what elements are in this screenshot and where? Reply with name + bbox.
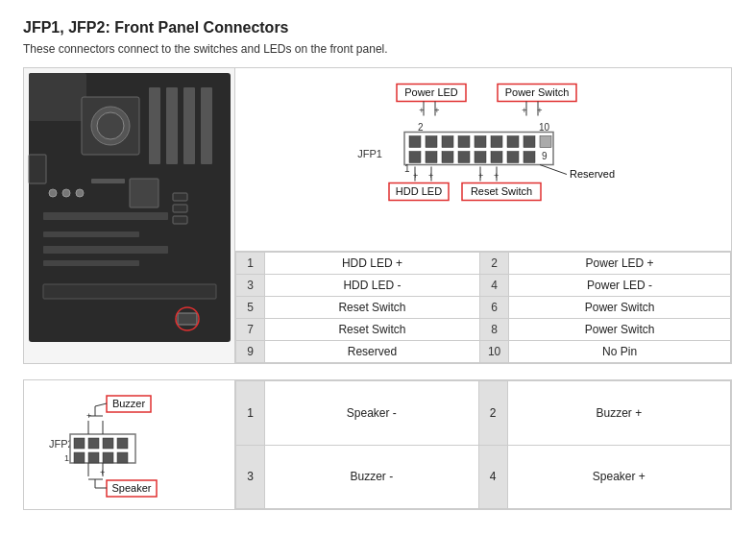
svg-rect-79: [103, 438, 113, 449]
pin-label: Speaker +: [507, 445, 730, 509]
pin-label: No Pin: [509, 341, 731, 363]
jfp2-right: 1 Speaker - 2 Buzzer + 3 Buzzer - 4 Spea…: [235, 380, 731, 509]
svg-rect-53: [458, 152, 470, 163]
svg-rect-17: [130, 179, 158, 207]
svg-text:+: +: [478, 171, 483, 181]
svg-rect-16: [43, 284, 216, 299]
svg-rect-10: [43, 231, 139, 237]
svg-rect-56: [507, 152, 519, 163]
svg-rect-1: [29, 73, 86, 121]
svg-rect-82: [88, 452, 99, 463]
pin-label: Reserved: [265, 341, 480, 363]
svg-rect-3: [166, 87, 178, 164]
svg-text:Reserved: Reserved: [570, 168, 615, 180]
svg-rect-11: [43, 246, 168, 254]
svg-rect-81: [74, 452, 85, 463]
page-title: JFP1, JFP2: Front Panel Connectors: [23, 19, 732, 37]
svg-text:9: 9: [542, 151, 548, 161]
svg-point-22: [76, 189, 84, 197]
table-row: 9 Reserved 10 No Pin: [236, 341, 731, 363]
svg-rect-78: [88, 438, 99, 449]
svg-rect-77: [74, 438, 85, 449]
svg-rect-55: [491, 152, 502, 163]
svg-rect-84: [117, 452, 128, 463]
svg-text:Power LED: Power LED: [404, 86, 458, 98]
pin-number: 7: [236, 319, 265, 341]
svg-rect-57: [524, 152, 535, 163]
svg-text:JFP1: JFP1: [357, 148, 382, 159]
pin-label: Buzzer -: [265, 445, 479, 509]
svg-rect-14: [173, 205, 187, 212]
pin-number: 10: [479, 341, 508, 363]
svg-text:10: 10: [539, 122, 550, 133]
table-row: 3 Buzzer - 4 Speaker +: [236, 445, 731, 509]
jfp1-pin-table: 1 HDD LED + 2 Power LED + 3 HDD LED - 4 …: [235, 252, 731, 363]
svg-rect-51: [426, 152, 437, 163]
svg-rect-48: [524, 136, 535, 148]
svg-rect-44: [458, 136, 470, 148]
svg-rect-83: [103, 452, 113, 463]
pin-number: 2: [478, 381, 507, 446]
pin-number: 5: [236, 297, 265, 319]
svg-text:+: +: [100, 468, 105, 477]
svg-point-8: [97, 112, 124, 139]
pin-number: 4: [479, 275, 508, 297]
pin-number: 3: [236, 275, 265, 297]
table-row: 1 Speaker - 2 Buzzer +: [236, 381, 731, 446]
svg-text:Buzzer: Buzzer: [112, 398, 146, 409]
table-row: 1 HDD LED + 2 Power LED +: [236, 253, 731, 275]
svg-rect-49: [540, 136, 551, 148]
svg-rect-43: [442, 136, 453, 148]
svg-text:Power Switch: Power Switch: [505, 86, 570, 98]
svg-rect-54: [475, 152, 486, 163]
svg-rect-2: [149, 87, 160, 164]
svg-text:+: +: [522, 106, 526, 115]
svg-text:2: 2: [418, 122, 424, 133]
table-row: 7 Reset Switch 8 Power Switch: [236, 319, 731, 341]
svg-rect-12: [43, 260, 139, 266]
page-subtitle: These connectors connect to the switches…: [23, 42, 732, 56]
motherboard-image: [24, 68, 235, 363]
svg-rect-18: [178, 313, 197, 325]
jfp2-section: JFP2 1 + Buzzer: [23, 379, 732, 510]
pin-label: Power Switch: [509, 319, 731, 341]
svg-rect-45: [475, 136, 486, 148]
pin-number: 6: [479, 297, 508, 319]
svg-rect-46: [491, 136, 502, 148]
jfp1-section: Power LED Power Switch + + + + JFP1: [23, 67, 732, 364]
svg-text:1: 1: [64, 453, 69, 463]
svg-rect-5: [201, 87, 212, 164]
pin-label: HDD LED -: [265, 275, 480, 297]
svg-rect-24: [29, 155, 46, 183]
svg-text:+: +: [428, 171, 433, 181]
jfp1-connector-diagram: Power LED Power Switch + + + + JFP1: [235, 68, 731, 252]
svg-point-21: [62, 189, 70, 197]
svg-text:Reset Switch: Reset Switch: [471, 185, 532, 197]
svg-rect-23: [91, 179, 125, 183]
svg-line-92: [95, 403, 107, 406]
jfp1-right: Power LED Power Switch + + + + JFP1: [235, 68, 731, 363]
svg-rect-50: [409, 152, 421, 163]
pin-label: HDD LED +: [265, 253, 480, 275]
pin-label: Power LED +: [509, 253, 731, 275]
svg-rect-15: [173, 216, 187, 224]
pin-label: Reset Switch: [265, 297, 480, 319]
svg-text:+: +: [419, 106, 424, 115]
svg-text:+: +: [537, 106, 542, 115]
svg-text:+: +: [413, 171, 418, 181]
svg-rect-42: [426, 136, 437, 148]
svg-rect-47: [507, 136, 519, 148]
svg-rect-52: [442, 152, 453, 163]
pin-number: 9: [236, 341, 265, 363]
jfp2-pin-table: 1 Speaker - 2 Buzzer + 3 Buzzer - 4 Spea…: [235, 380, 731, 509]
svg-rect-41: [409, 136, 421, 148]
pin-label: Power LED -: [509, 275, 731, 297]
svg-line-60: [540, 165, 567, 175]
svg-rect-80: [117, 438, 128, 449]
pin-label: Speaker -: [265, 381, 479, 446]
svg-point-20: [49, 189, 57, 197]
svg-text:+: +: [494, 171, 499, 181]
pin-number: 4: [478, 445, 507, 509]
svg-rect-4: [183, 87, 195, 164]
svg-text:Speaker: Speaker: [112, 482, 152, 494]
